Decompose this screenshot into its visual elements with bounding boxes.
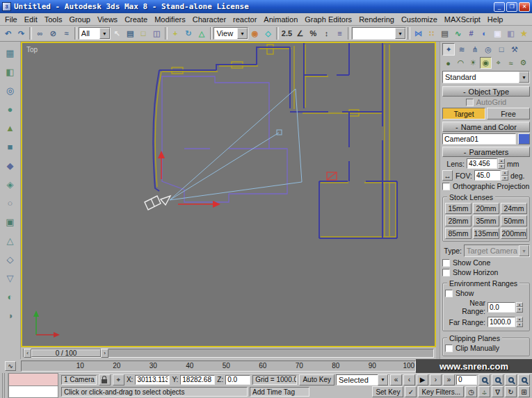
transform-gizmo[interactable] xyxy=(158,151,220,208)
category-spacewarps-icon[interactable]: ≈ xyxy=(505,57,517,69)
set-key-mode-icon[interactable]: ✓ xyxy=(405,386,417,397)
align-icon[interactable]: ∷ xyxy=(425,26,438,40)
stock-lens-button[interactable]: 200mm xyxy=(501,228,527,239)
set-key-button[interactable]: Set Key xyxy=(372,386,403,397)
stock-lens-button[interactable]: 24mm xyxy=(501,203,527,214)
angle-snap-icon[interactable]: ∠ xyxy=(293,26,307,40)
listener-script-line[interactable] xyxy=(8,386,58,398)
rectangular-selection-region-icon[interactable]: □ xyxy=(137,26,150,40)
reference-coordinate-dropdown[interactable]: View ▾ xyxy=(213,27,248,40)
y-coordinate-field[interactable] xyxy=(180,375,215,385)
menu-item[interactable]: Character xyxy=(189,14,229,25)
title-bar[interactable]: 3 Untitled - Autodesk 3ds Max 8 - Stand-… xyxy=(0,0,532,13)
chevron-down-icon[interactable]: ▾ xyxy=(237,28,248,39)
auto-key-button[interactable]: Auto Key xyxy=(299,374,334,385)
curve-editor-icon[interactable]: ∿ xyxy=(451,26,465,40)
menu-item[interactable]: Views xyxy=(94,14,121,25)
zoom-region-icon[interactable] xyxy=(518,374,530,385)
left-tool-icon-3[interactable]: ◎ xyxy=(2,82,19,99)
menu-item[interactable]: Customize xyxy=(398,14,441,25)
key-filters-button[interactable]: Key Filters... xyxy=(418,386,464,397)
pan-view-icon[interactable]: ↔↕ xyxy=(478,386,490,397)
key-selection-dropdown[interactable]: Selected ▾ xyxy=(336,374,389,385)
bind-to-spacewarp-icon[interactable]: ≈ xyxy=(60,26,73,40)
category-systems-icon[interactable]: ⚙ xyxy=(517,57,529,69)
render-type-icon[interactable]: ◧ xyxy=(504,26,517,40)
fov-field[interactable] xyxy=(474,170,501,181)
category-geometry-icon[interactable]: ● xyxy=(442,57,454,69)
layer-manager-icon[interactable]: ▤ xyxy=(438,26,451,40)
tab-hierarchy-icon[interactable]: ⋔ xyxy=(469,43,481,56)
field-of-view-icon[interactable]: ∇ xyxy=(492,386,503,397)
menu-item[interactable]: Group xyxy=(65,14,94,25)
menu-item[interactable]: MAXScript xyxy=(441,14,484,25)
render-scene-icon[interactable]: ▣ xyxy=(491,26,504,40)
show-cone-checkbox[interactable] xyxy=(442,259,450,267)
menu-item[interactable]: Modifiers xyxy=(151,14,189,25)
go-to-end-button[interactable]: » xyxy=(443,374,455,385)
object-color-swatch[interactable] xyxy=(518,133,530,144)
percent-snap-icon[interactable]: % xyxy=(307,26,320,40)
camera-object[interactable] xyxy=(145,196,170,210)
select-and-manipulate-icon[interactable]: ◇ xyxy=(261,26,275,40)
stock-lens-button[interactable]: 85mm xyxy=(445,228,471,239)
select-and-move-icon[interactable]: + xyxy=(169,26,182,40)
left-tool-icon-9[interactable]: ○ xyxy=(2,194,19,211)
selection-lock-button[interactable] xyxy=(99,374,111,385)
redo-icon[interactable]: ↷ xyxy=(15,26,28,40)
menu-item[interactable]: Help xyxy=(484,14,507,25)
select-and-link-icon[interactable]: ∞ xyxy=(33,26,47,40)
zoom-extents-icon[interactable] xyxy=(505,374,517,385)
near-range-field[interactable] xyxy=(487,302,515,313)
object-name-field[interactable] xyxy=(442,133,516,144)
fov-spinner[interactable]: ▴▾ xyxy=(501,170,508,181)
menu-item[interactable]: Rendering xyxy=(355,14,398,25)
stock-lens-button[interactable]: 35mm xyxy=(473,215,499,226)
snap-toggle-2-5-icon[interactable]: 2.5 xyxy=(280,26,293,40)
chevron-down-icon[interactable]: ▾ xyxy=(395,28,405,39)
selection-filter-dropdown[interactable]: All ▾ xyxy=(79,27,111,40)
viewport-top[interactable]: Top xyxy=(21,42,436,347)
track-bar[interactable]: 102030405060708090100 xyxy=(21,360,416,372)
menu-item[interactable]: File xyxy=(1,14,21,25)
left-tool-icon-2[interactable]: ◧ xyxy=(2,63,19,80)
unlink-selection-icon[interactable]: ⊘ xyxy=(47,26,60,40)
left-tool-icon-6[interactable]: ■ xyxy=(2,138,19,155)
quick-render-icon[interactable]: ★ xyxy=(517,26,531,40)
material-editor-icon[interactable]: ◐ xyxy=(478,26,491,40)
stock-lens-button[interactable]: 20mm xyxy=(473,203,499,214)
previous-frame-button[interactable]: ‹ xyxy=(403,374,415,385)
lens-field[interactable] xyxy=(467,158,497,169)
z-coordinate-field[interactable] xyxy=(225,375,250,385)
chevron-down-icon[interactable]: ▾ xyxy=(99,28,110,39)
camera-target[interactable] xyxy=(277,130,282,135)
use-pivot-point-center-icon[interactable]: ◉ xyxy=(248,26,261,40)
add-time-tag[interactable]: Add Time Tag xyxy=(250,387,309,397)
listener-splitter[interactable] xyxy=(0,373,8,398)
open-mini-curve-editor-button[interactable]: ∿ xyxy=(5,361,16,371)
viewport-canvas[interactable] xyxy=(22,43,435,346)
spinner-snap-icon[interactable]: ↕ xyxy=(320,26,333,40)
listener-macro-line[interactable] xyxy=(8,373,58,386)
chevron-down-icon[interactable]: ▾ xyxy=(519,72,529,83)
tab-utilities-icon[interactable]: ⚒ xyxy=(508,43,521,56)
tab-motion-icon[interactable]: ◎ xyxy=(482,43,494,56)
left-tool-icon-13[interactable]: ▽ xyxy=(2,270,19,286)
current-frame-field[interactable] xyxy=(456,375,477,385)
menu-item[interactable]: Create xyxy=(121,14,151,25)
left-tool-icon-1[interactable]: ▦ xyxy=(2,44,19,61)
edit-named-selection-sets-icon[interactable]: ≡ xyxy=(333,26,346,40)
menu-item[interactable]: reactor xyxy=(229,14,260,25)
x-coordinate-field[interactable] xyxy=(135,375,170,385)
previous-frame-arrow[interactable]: ‹ xyxy=(24,349,31,358)
camera-type-dropdown[interactable]: Target Camera ▾ xyxy=(464,244,530,257)
stock-lens-button[interactable]: 28mm xyxy=(445,215,471,226)
minimize-button[interactable]: _ xyxy=(494,2,505,12)
min-max-toggle-icon[interactable]: ⊞ xyxy=(518,386,530,397)
time-configuration-icon[interactable]: ◷ xyxy=(465,386,477,397)
category-lights-icon[interactable]: ☀ xyxy=(467,57,479,69)
far-range-spinner[interactable]: ▴▾ xyxy=(516,317,523,327)
stock-lens-button[interactable]: 15mm xyxy=(445,203,471,214)
tab-modify-icon[interactable]: ≋ xyxy=(456,43,468,56)
left-tool-icon-15[interactable]: ◑ xyxy=(2,307,19,324)
